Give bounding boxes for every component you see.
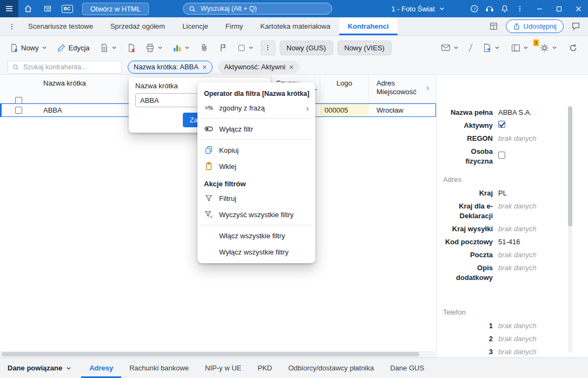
tab-sprzedaz-ogolem[interactable]: Sprzedaż ogółem <box>102 17 174 35</box>
svg-text:?: ? <box>473 6 476 11</box>
related-data-bar: Dane powiązane Adresy Rachunki bankowe N… <box>0 357 588 378</box>
hamburger-menu-button[interactable] <box>0 0 18 17</box>
new-gus-button[interactable]: Nowy (GUS) <box>280 41 333 55</box>
open-in-html-button[interactable]: Otwórz w HTML <box>82 3 149 15</box>
vertical-scrollbar[interactable] <box>568 106 572 353</box>
edit-button[interactable]: Edycja <box>54 41 93 55</box>
attachments-button[interactable] <box>197 41 212 55</box>
print-export-button[interactable] <box>480 41 503 55</box>
notifications-button[interactable] <box>497 0 512 17</box>
cell-miejscowosc[interactable]: Wrocław <box>369 104 435 116</box>
toolbar-overflow-button[interactable] <box>261 41 275 55</box>
detail-field-aktywny: Aktywny <box>443 119 564 132</box>
bottom-tab-adresy[interactable]: Adresy <box>81 358 121 378</box>
print-button[interactable] <box>143 41 166 55</box>
send-email-button[interactable] <box>438 41 461 55</box>
tab-kontrahenci[interactable]: Kontrahenci <box>339 17 398 35</box>
column-expand-arrow[interactable]: › <box>426 83 429 92</box>
refresh-icon <box>569 43 578 53</box>
new-button[interactable]: Nowy <box>6 41 50 55</box>
global-search-input[interactable] <box>200 4 326 13</box>
detail-value[interactable]: PL <box>498 188 507 198</box>
layout-panels-button[interactable] <box>508 41 531 55</box>
bottom-tab-pkd[interactable]: PKD <box>249 358 280 378</box>
chat-button[interactable] <box>570 21 582 32</box>
layout-view-button[interactable] <box>488 21 499 32</box>
maximize-button[interactable] <box>549 0 569 17</box>
detail-value[interactable]: brak danych <box>498 321 537 331</box>
company-selector[interactable]: 1 - Foto Świat <box>354 0 481 17</box>
detail-field-kraj-e-deklaracji: Kraj dla e-Deklaracji brak danych <box>443 200 564 223</box>
global-search[interactable] <box>183 3 332 15</box>
contractor-search-input[interactable] <box>22 63 117 71</box>
bottom-tab-dane-gus[interactable]: Dane GUS <box>382 358 432 378</box>
menu-item-wlacz-wszystkie[interactable]: Włącz wszystkie filtry <box>197 227 315 244</box>
titlebar-overflow-button[interactable] <box>512 0 527 17</box>
tabbar-overflow-button[interactable] <box>4 17 19 35</box>
close-button[interactable] <box>569 0 588 17</box>
menu-item-filtruj[interactable]: Filtruj <box>197 190 315 206</box>
flag-button[interactable] <box>216 41 230 55</box>
horizontal-scrollbar-thumb[interactable] <box>2 352 419 356</box>
detail-value[interactable]: ABBA S.A. <box>498 108 532 118</box>
paste-icon <box>204 162 214 171</box>
minimize-button[interactable] <box>530 0 549 17</box>
settings-gear-button[interactable]: ! <box>537 41 560 55</box>
help-button[interactable]: ? <box>467 0 482 17</box>
vertical-scrollbar-thumb[interactable] <box>568 106 572 226</box>
detail-value[interactable]: brak danych <box>498 201 537 211</box>
tab-scenariusze-testowe[interactable]: Scenariusze testowe <box>19 17 102 35</box>
grid-header-select <box>0 75 31 103</box>
filter-chip-nazwa-krotka[interactable]: Nazwa krótka: ABBA × <box>128 61 213 74</box>
menu-item-wklej[interactable]: Wklej <box>197 158 315 174</box>
column-header-logo[interactable]: Logo <box>320 75 369 103</box>
share-button[interactable]: Udostępnij <box>506 19 564 33</box>
support-button[interactable] <box>482 0 497 17</box>
document-operations-button[interactable] <box>97 41 120 55</box>
bottom-tab-odbiorcy-dostawcy[interactable]: Odbiorcy/dostawcy płatnika <box>280 358 382 378</box>
refresh-button[interactable] <box>566 41 580 55</box>
table-grid-icon <box>43 4 52 13</box>
detail-value[interactable]: brak danych <box>498 250 537 260</box>
app-window: BC Otwórz w HTML 1 - Foto Świat ? <box>0 0 588 378</box>
cell-logo[interactable]: 000005 <box>320 104 369 116</box>
menu-item-wyczysc-filtry[interactable]: Wyczyść wszystkie filtry <box>197 206 315 223</box>
analysis-button[interactable] <box>170 41 193 55</box>
detail-value[interactable]: brak danych <box>498 263 537 273</box>
home-button[interactable] <box>18 0 38 17</box>
detail-value[interactable]: brak danych <box>498 224 537 234</box>
bc-badge-icon: BC <box>62 5 73 13</box>
detail-value[interactable]: brak danych <box>498 347 537 357</box>
detail-field-osoba-fizyczna: Osoba fizyczna <box>443 145 564 168</box>
aktywny-checkbox[interactable] <box>498 121 505 128</box>
horizontal-scrollbar[interactable] <box>0 351 435 357</box>
detail-value[interactable]: brak danych <box>498 334 537 344</box>
remove-filter-icon[interactable]: × <box>202 63 207 71</box>
menu-item-wylacz-wszystkie[interactable]: Wyłącz wszystkie filtry <box>197 244 315 260</box>
selection-button[interactable] <box>235 42 256 54</box>
menu-item-operator[interactable]: =% zgodny z frazą › <box>197 100 315 116</box>
osoba-fizyczna-checkbox[interactable] <box>498 152 505 159</box>
detail-value[interactable]: 51-416 <box>498 237 520 247</box>
row-checkbox[interactable] <box>15 107 22 114</box>
filter-chip-aktywnosc[interactable]: Aktywność: Aktywni × <box>218 61 300 74</box>
new-vies-button[interactable]: Nowy (VIES) <box>338 41 392 55</box>
remove-filter-icon[interactable]: × <box>289 63 294 71</box>
bottom-tab-nipy-w-ue[interactable]: NIP-y w UE <box>197 358 249 378</box>
search-icon <box>12 64 19 70</box>
tab-kartoteka-materialowa[interactable]: Kartoteka materiałowa <box>252 17 339 35</box>
bar-chart-icon <box>173 43 182 53</box>
modules-button[interactable] <box>38 0 57 17</box>
menu-item-label: Wklej <box>219 162 309 171</box>
related-data-selector[interactable]: Dane powiązane <box>8 358 71 378</box>
contractor-search[interactable] <box>8 61 122 74</box>
tab-firmy[interactable]: Firmy <box>217 17 252 35</box>
bottom-tab-rachunki-bankowe[interactable]: Rachunki bankowe <box>121 358 197 378</box>
delete-button[interactable] <box>124 41 138 55</box>
menu-item-kopiuj[interactable]: Kopiuj <box>197 142 315 158</box>
tab-licencje[interactable]: Licencje <box>174 17 217 35</box>
bc-button[interactable]: BC <box>57 0 77 17</box>
detail-value[interactable]: brak danych <box>498 134 537 144</box>
menu-item-wylacz-filtr[interactable]: Wyłącz filtr <box>197 121 315 137</box>
menu-divider <box>201 139 312 140</box>
